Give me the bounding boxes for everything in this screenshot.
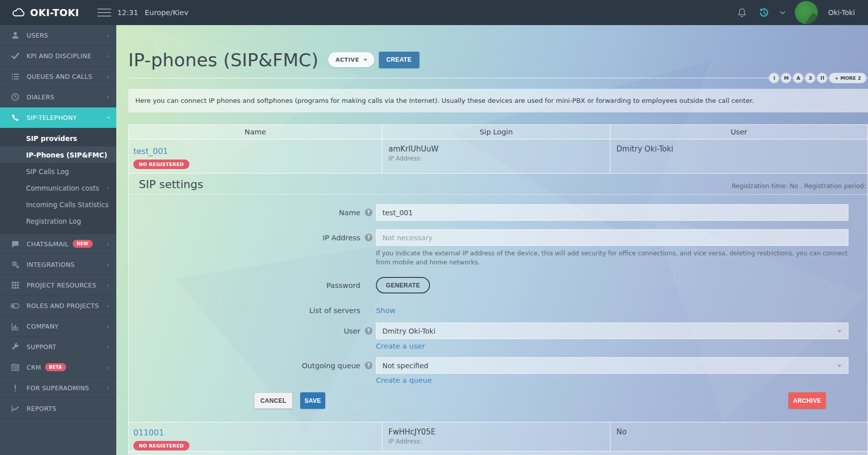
divider-line	[129, 194, 867, 195]
submenu-item-incoming-calls-statistics[interactable]: Incoming Calls Statistics	[0, 196, 116, 213]
timezone-value: Europe/Kiev	[145, 9, 188, 17]
phone-name-link[interactable]: test_001	[133, 146, 168, 156]
queue-field-label: Outgoing queue	[129, 362, 360, 370]
list-icon	[10, 71, 20, 81]
sidebar-item-label: REPORTS	[27, 405, 56, 412]
exclamation-icon	[10, 383, 20, 393]
new-badge: NEW	[73, 240, 93, 248]
generate-password-button[interactable]: GENERATE	[376, 277, 430, 293]
sidebar-item-label: PROJECT RESOURCES	[27, 281, 96, 289]
chevron-left-icon	[107, 241, 109, 247]
ip-address-input[interactable]	[376, 229, 848, 246]
create-button[interactable]: CREATE	[379, 52, 419, 68]
submenu-label: Incoming Calls Statistics	[26, 201, 109, 209]
quick-access-chips: I M A З П + MORE 2	[769, 73, 866, 83]
sidebar-item-dialers[interactable]: DIALERS	[0, 87, 116, 107]
sidebar-item-roles-projects[interactable]: ROLES AND PROJECTS	[0, 295, 116, 316]
sidebar-item-kpi[interactable]: KPI AND DISCIPLINE	[0, 46, 116, 66]
chevron-left-icon	[107, 53, 109, 59]
phone-name-link[interactable]: 011001	[133, 428, 164, 437]
submenu-label: SIP providers	[26, 134, 77, 142]
divider-line	[128, 78, 868, 78]
chevron-left-icon	[107, 385, 109, 391]
sidebar-item-company[interactable]: COMPANY	[0, 316, 116, 337]
create-user-link[interactable]: Create a user	[376, 342, 425, 350]
sidebar-item-label: SUPPORT	[27, 343, 57, 351]
chevron-left-icon	[107, 282, 109, 288]
submenu-label: SIP Calls Log	[26, 168, 69, 176]
submenu-item-ip-phones[interactable]: IP-Phones (SIP&FMC)	[0, 146, 116, 163]
sidebar-item-crm[interactable]: CRM BETA	[0, 357, 116, 378]
outgoing-queue-select[interactable]: Not specified	[376, 357, 848, 374]
chevron-left-icon	[107, 323, 109, 330]
name-input[interactable]	[376, 204, 848, 221]
sidebar-item-support[interactable]: SUPPORT	[0, 337, 116, 357]
help-question-icon[interactable]	[365, 209, 372, 216]
sidebar-item-reports[interactable]: REPORTS	[0, 398, 116, 419]
notifications-bell-icon[interactable]	[731, 0, 753, 25]
sidebar-item-label: QUEUES AND CALLS	[27, 73, 92, 80]
submenu-item-sip-calls-log[interactable]: SIP Calls Log	[0, 163, 116, 180]
submenu-item-communication-costs[interactable]: Communication costs	[0, 180, 116, 196]
quick-chip[interactable]: A	[793, 73, 803, 83]
create-queue-link[interactable]: Create a queue	[376, 376, 432, 384]
sidebar-item-users[interactable]: USERS	[0, 25, 116, 46]
show-servers-link[interactable]: Show	[376, 307, 395, 315]
ip-address-help-text: If you indicate the external IP address …	[376, 249, 854, 267]
help-question-icon[interactable]	[365, 327, 372, 335]
gears-icon	[10, 259, 20, 269]
sip-login-value: FwHHcJY05E	[388, 427, 610, 436]
status-badge: NO REGISTERED	[133, 160, 189, 169]
bar-chart-icon	[10, 321, 20, 331]
sidebar-item-label: ROLES AND PROJECTS	[27, 302, 99, 310]
sidebar-item-sip-telephony[interactable]: SIP-TELEPHONY	[0, 107, 116, 128]
quick-chip[interactable]: П	[817, 73, 827, 83]
chevron-left-icon	[107, 73, 109, 80]
help-question-icon[interactable]	[365, 362, 372, 369]
save-button[interactable]: SAVE	[300, 392, 325, 409]
quick-chip[interactable]: I	[769, 73, 779, 83]
sidebar-item-superadmins[interactable]: FOR SUPERADMINS	[0, 378, 116, 398]
column-header-user: User	[610, 125, 867, 139]
sidebar-item-label: CRM	[27, 364, 41, 371]
archive-button[interactable]: ARCHIVE	[788, 392, 826, 409]
submenu-item-sip-providers[interactable]: SIP providers	[0, 130, 116, 146]
sidebar-item-label: COMPANY	[27, 323, 59, 330]
account-name: Oki-Toki	[821, 9, 855, 17]
quick-chip[interactable]: З	[805, 73, 815, 83]
chevron-down-icon	[105, 116, 111, 118]
status-filter-dropdown[interactable]: ACTIVE	[328, 52, 374, 67]
more-chip[interactable]: + MORE 2	[829, 73, 866, 83]
menu-toggle-icon[interactable]	[97, 8, 111, 18]
brand-logo[interactable]: OKI-TOKI	[0, 7, 95, 19]
status-filter-label: ACTIVE	[335, 57, 359, 63]
ip-address-note: IP Address:	[388, 155, 610, 162]
help-question-icon[interactable]	[365, 234, 372, 241]
user-select[interactable]: Dmitry Oki-Toki	[376, 323, 848, 339]
sidebar-item-integrations[interactable]: INTEGRATIONS	[0, 254, 116, 275]
sidebar-item-queues[interactable]: QUEUES AND CALLS	[0, 66, 116, 87]
sidebar-item-label: INTEGRATIONS	[27, 261, 75, 268]
chevron-left-icon	[107, 261, 109, 268]
chevron-left-icon	[107, 302, 109, 309]
sidebar-item-project-resources[interactable]: PROJECT RESOURCES	[0, 275, 116, 295]
chevron-down-icon	[363, 59, 367, 61]
sip-telephony-submenu: SIP providers IP-Phones (SIP&FMC) SIP Ca…	[0, 128, 116, 234]
registration-info: Registration time: No . Registration per…	[732, 182, 866, 190]
column-header-sip-login: Sip Login	[382, 125, 610, 139]
quick-chip[interactable]: M	[781, 73, 791, 83]
password-field-label: Password	[129, 281, 360, 289]
beta-badge: BETA	[45, 363, 66, 371]
name-field-label: Name	[129, 209, 360, 217]
user-avatar[interactable]	[795, 1, 818, 24]
ip-address-note: IP Address:	[388, 438, 610, 445]
submenu-item-registration-log[interactable]: Registration Log	[0, 213, 116, 229]
wrench-icon	[10, 342, 20, 352]
sidebar-item-chats-mail[interactable]: CHATS&MAIL NEW	[0, 234, 116, 254]
table-header-row: Name Sip Login User	[128, 124, 868, 139]
cancel-button[interactable]: CANCEL	[254, 392, 293, 409]
history-icon[interactable]	[753, 0, 775, 25]
info-banner-text: Here you can connect IP phones and softp…	[135, 97, 754, 104]
crm-icon	[10, 362, 20, 372]
account-chevron-icon[interactable]	[775, 0, 790, 25]
